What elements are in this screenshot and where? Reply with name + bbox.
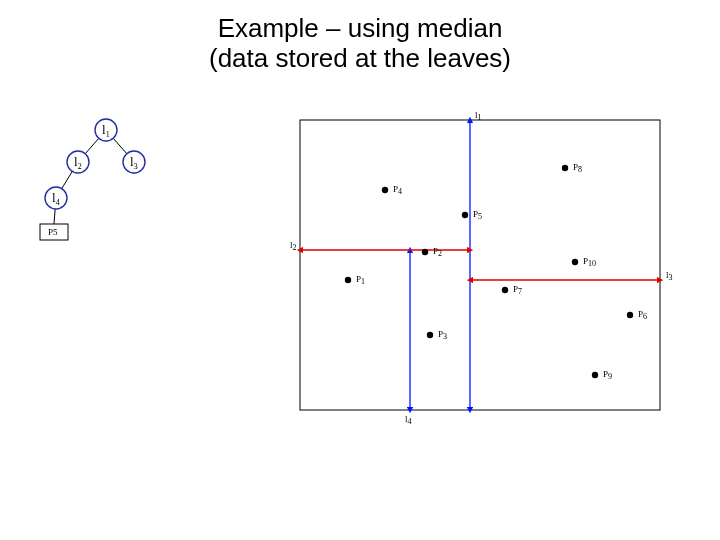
tree-diagram: l1l2l3l4P5 — [40, 119, 145, 240]
diagram-stage: l1l2l3l4P5 l1l4l2l3P4P8P5P2P1P10P7P3P6P9 — [0, 90, 720, 510]
point-P10 — [572, 259, 578, 265]
tree-node-l1: l1 — [95, 119, 117, 141]
partition-frame — [300, 120, 660, 410]
tree-node-l4: l4 — [45, 187, 67, 209]
title-line-2: (data stored at the leaves) — [209, 43, 511, 73]
point-P1 — [345, 277, 351, 283]
point-P6 — [627, 312, 633, 318]
point-P8 — [562, 165, 568, 171]
point-label-P8: P8 — [573, 162, 582, 174]
title-line-1: Example – using median — [218, 13, 503, 43]
tree-node-l3: l3 — [123, 151, 145, 173]
point-P7 — [502, 287, 508, 293]
point-label-P6: P6 — [638, 309, 647, 321]
point-label-P4: P4 — [393, 184, 402, 196]
point-label-P5: P5 — [473, 209, 482, 221]
split-label-l2: l2 — [290, 240, 297, 252]
tree-node-l2: l2 — [67, 151, 89, 173]
point-label-P1: P1 — [356, 274, 365, 286]
split-label-l3: l3 — [666, 270, 673, 282]
point-label-P2: P2 — [433, 246, 442, 258]
point-P5 — [462, 212, 468, 218]
point-P2 — [422, 249, 428, 255]
point-label-P3: P3 — [438, 329, 447, 341]
point-label-P10: P10 — [583, 256, 596, 268]
point-P9 — [592, 372, 598, 378]
split-label-l4: l4 — [405, 414, 412, 426]
tree-leaf-label: P5 — [48, 227, 58, 237]
diagram-svg: l1l2l3l4P5 l1l4l2l3P4P8P5P2P1P10P7P3P6P9 — [0, 90, 720, 510]
point-P3 — [427, 332, 433, 338]
point-P4 — [382, 187, 388, 193]
slide-title: Example – using median (data stored at t… — [0, 14, 720, 74]
point-label-P7: P7 — [513, 284, 522, 296]
partition-diagram: l1l4l2l3P4P8P5P2P1P10P7P3P6P9 — [290, 110, 673, 426]
point-label-P9: P9 — [603, 369, 612, 381]
